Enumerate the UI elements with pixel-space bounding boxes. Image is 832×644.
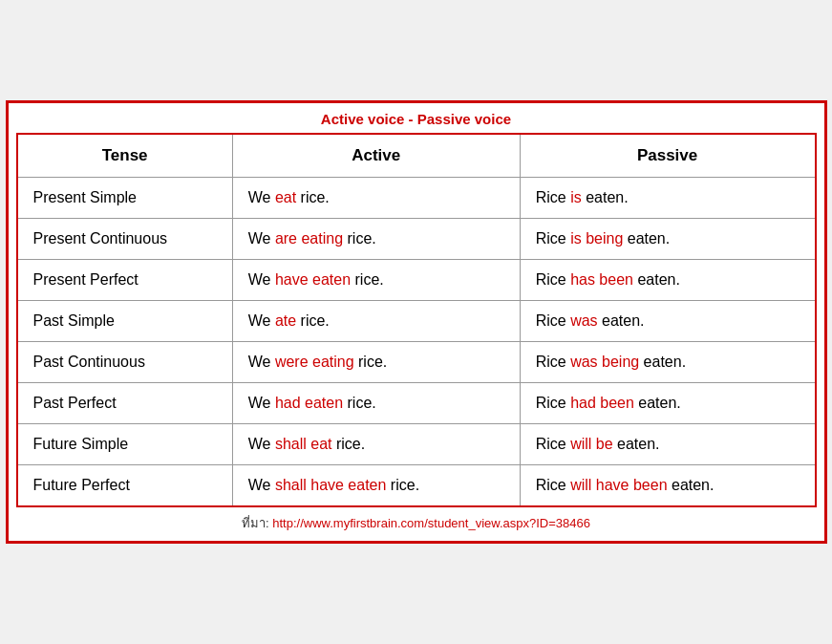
cell-active: We ate rice. bbox=[232, 301, 520, 342]
header-row: Tense Active Passive bbox=[17, 134, 816, 178]
header-tense: Tense bbox=[17, 134, 233, 178]
passive-verb: was being bbox=[570, 354, 639, 370]
table-row: Present SimpleWe eat rice.Rice is eaten. bbox=[17, 178, 816, 219]
cell-passive: Rice will be eaten. bbox=[520, 424, 815, 465]
cell-active: We were eating rice. bbox=[232, 342, 520, 383]
table-row: Future SimpleWe shall eat rice.Rice will… bbox=[17, 424, 816, 465]
footer-label: ที่มา: bbox=[242, 516, 269, 530]
active-verb: shall eat bbox=[275, 436, 332, 452]
table-row: Past ContinuousWe were eating rice.Rice … bbox=[17, 342, 816, 383]
cell-passive: Rice will have been eaten. bbox=[520, 465, 815, 507]
passive-verb: is bbox=[570, 189, 582, 205]
footer: ที่มา: http://www.myfirstbrain.com/stude… bbox=[16, 513, 817, 533]
passive-verb: will be bbox=[570, 436, 612, 452]
footer-link[interactable]: http://www.myfirstbrain.com/student_view… bbox=[272, 516, 590, 530]
cell-tense: Present Continuous bbox=[17, 219, 233, 260]
active-verb: were eating bbox=[275, 354, 354, 370]
cell-passive: Rice is being eaten. bbox=[520, 219, 815, 260]
page-container: Active voice - Passive voice Tense Activ… bbox=[6, 100, 827, 544]
cell-active: We shall have eaten rice. bbox=[232, 465, 520, 507]
table-row: Past SimpleWe ate rice.Rice was eaten. bbox=[17, 301, 816, 342]
active-verb: have eaten bbox=[275, 271, 351, 288]
cell-tense: Present Perfect bbox=[17, 260, 233, 301]
passive-verb: has been bbox=[570, 271, 633, 288]
active-verb: eat bbox=[275, 189, 296, 205]
cell-passive: Rice was eaten. bbox=[520, 301, 815, 342]
cell-tense: Future Perfect bbox=[17, 465, 233, 507]
active-verb: ate bbox=[275, 312, 296, 329]
cell-tense: Past Simple bbox=[17, 301, 233, 342]
cell-tense: Present Simple bbox=[17, 178, 233, 219]
cell-active: We eat rice. bbox=[232, 178, 520, 219]
grammar-table: Tense Active Passive Present SimpleWe ea… bbox=[16, 133, 817, 507]
cell-passive: Rice is eaten. bbox=[520, 178, 815, 219]
cell-tense: Past Perfect bbox=[17, 383, 233, 424]
active-verb: shall have eaten bbox=[275, 477, 387, 493]
table-row: Present ContinuousWe are eating rice.Ric… bbox=[17, 219, 816, 260]
cell-passive: Rice had been eaten. bbox=[520, 383, 815, 424]
page-title: Active voice - Passive voice bbox=[16, 111, 817, 127]
header-active: Active bbox=[232, 134, 520, 178]
cell-passive: Rice has been eaten. bbox=[520, 260, 815, 301]
table-row: Past PerfectWe had eaten rice.Rice had b… bbox=[17, 383, 816, 424]
cell-active: We had eaten rice. bbox=[232, 383, 520, 424]
passive-verb: had been bbox=[570, 395, 634, 411]
table-row: Present PerfectWe have eaten rice.Rice h… bbox=[17, 260, 816, 301]
cell-active: We shall eat rice. bbox=[232, 424, 520, 465]
cell-passive: Rice was being eaten. bbox=[520, 342, 815, 383]
table-row: Future PerfectWe shall have eaten rice.R… bbox=[17, 465, 816, 507]
passive-verb: is being bbox=[570, 230, 623, 247]
cell-tense: Future Simple bbox=[17, 424, 233, 465]
table-body: Present SimpleWe eat rice.Rice is eaten.… bbox=[17, 178, 816, 507]
header-passive: Passive bbox=[520, 134, 815, 178]
active-verb: are eating bbox=[275, 230, 343, 247]
passive-verb: was bbox=[570, 312, 597, 329]
passive-verb: will have been bbox=[570, 477, 667, 493]
cell-tense: Past Continuous bbox=[17, 342, 233, 383]
cell-active: We are eating rice. bbox=[232, 219, 520, 260]
cell-active: We have eaten rice. bbox=[232, 260, 520, 301]
active-verb: had eaten bbox=[275, 395, 343, 411]
